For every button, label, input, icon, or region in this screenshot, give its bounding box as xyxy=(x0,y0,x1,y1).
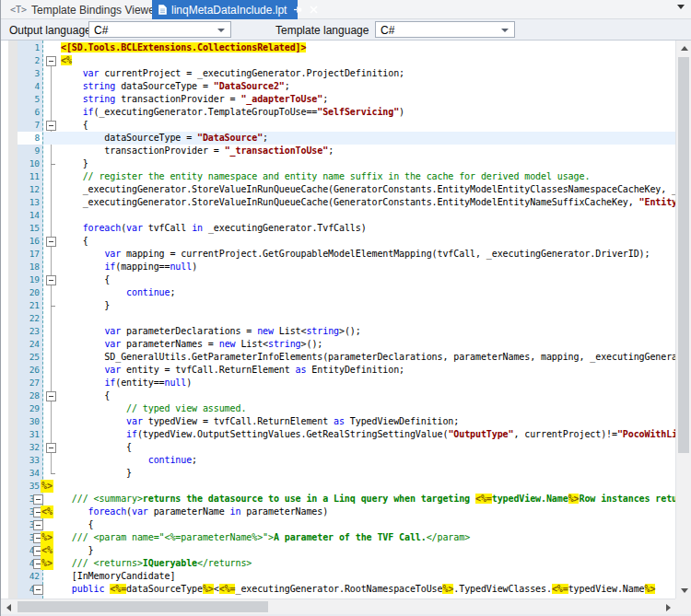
line-number: 31 xyxy=(16,428,40,441)
code-line: 14 xyxy=(1,209,691,222)
fold-toggle-icon[interactable] xyxy=(46,121,56,131)
template-language-value: C# xyxy=(381,24,394,37)
tab-linqmetadatainclude[interactable]: linqMetaDataInclude.lpt xyxy=(152,0,298,19)
tab-overflow-dropdown-icon[interactable] xyxy=(677,5,685,9)
output-language-value: C# xyxy=(94,24,108,37)
scroll-left-icon[interactable] xyxy=(6,604,11,611)
code-line: 10 } xyxy=(1,157,691,170)
line-number: 2 xyxy=(16,54,40,67)
code-line: 21 } xyxy=(1,299,691,312)
code-text: continue; xyxy=(61,286,175,299)
code-line: 12 _executingGenerator.StoreValueInRunQu… xyxy=(1,183,691,196)
template-delimiter: <% xyxy=(41,506,53,518)
fold-toggle-icon[interactable] xyxy=(33,585,43,595)
line-number: 9 xyxy=(16,145,40,157)
document-icon xyxy=(158,5,167,15)
code-text: var typedView = tvfCall.ReturnElement as… xyxy=(61,415,459,428)
fold-toggle-icon[interactable] xyxy=(46,237,56,247)
code-line: 39%> /// <param name="<%=parameterName%>… xyxy=(1,531,691,544)
code-line: 41%> /// <returns>IQueryable</returns> xyxy=(1,557,691,570)
line-number: 19 xyxy=(16,273,40,286)
code-text: { xyxy=(61,518,94,531)
template-delimiter: %> xyxy=(41,557,53,570)
line-number: 14 xyxy=(16,209,40,222)
line-number: 1 xyxy=(16,41,40,54)
vertical-scrollbar-thumb[interactable] xyxy=(678,57,689,453)
output-language-label: Output language xyxy=(9,24,91,37)
line-number: 12 xyxy=(16,183,40,196)
line-number: 28 xyxy=(16,389,40,402)
code-line: 9 transactionProvider = "_transactionToU… xyxy=(1,145,691,157)
line-number: 10 xyxy=(16,157,40,170)
code-text: var entity = tvfCall.ReturnElement as En… xyxy=(61,364,404,377)
code-line: 22 xyxy=(1,312,691,325)
template-delimiter: %> xyxy=(41,531,53,544)
code-line: 28 { xyxy=(1,389,691,402)
fold-toggle-icon[interactable] xyxy=(46,443,56,453)
code-text: if(mapping==null) xyxy=(61,261,197,273)
line-number: 7 xyxy=(16,119,40,132)
template-delimiter: %> xyxy=(41,480,53,493)
code-text: } xyxy=(61,544,94,557)
scroll-up-icon[interactable] xyxy=(681,46,688,51)
line-number: 21 xyxy=(16,299,40,312)
line-number: 18 xyxy=(16,261,40,273)
template-bindings-icon: <T> xyxy=(10,5,27,15)
tab-label: Template Bindings Viewer xyxy=(31,4,158,17)
code-line: 43 public <%=dataSourceType%><<%=_execut… xyxy=(1,583,691,596)
vertical-scrollbar[interactable] xyxy=(675,41,691,599)
code-text: // register the entity namespace and ent… xyxy=(61,170,590,183)
code-text: /// <param name="<%=parameterName%>">A p… xyxy=(61,531,470,544)
close-icon[interactable] xyxy=(310,6,318,14)
code-line: 35%> xyxy=(1,480,691,493)
code-editor[interactable]: 1<[SD.Tools.BCLExtensions.CollectionsRel… xyxy=(1,41,691,599)
code-line: 31 if(typedView.OutputSettingValues.GetR… xyxy=(1,428,691,441)
fold-toggle-icon[interactable] xyxy=(46,391,56,401)
code-text: } xyxy=(61,467,132,480)
code-text: public <%=dataSourceType%><<%=_executing… xyxy=(61,583,655,596)
fold-end-marker xyxy=(51,473,55,474)
scroll-down-icon[interactable] xyxy=(681,588,688,593)
code-text: { xyxy=(61,273,110,286)
fold-toggle-icon[interactable] xyxy=(46,275,56,285)
code-line: 16 { xyxy=(1,235,691,248)
code-line: 11 // register the entity namespace and … xyxy=(1,170,691,183)
code-text: _executingGenerator.StoreValueInRunQueue… xyxy=(61,196,691,209)
code-text: if(entity==null) xyxy=(61,377,192,389)
tab-bar: <T> Template Bindings Viewer linqMetaDat… xyxy=(1,0,691,19)
horizontal-scrollbar-thumb[interactable] xyxy=(18,601,268,612)
line-number: 35 xyxy=(16,480,40,493)
code-line: 4 string dataSourceType = "DataSource2"; xyxy=(1,80,691,93)
line-number: 3 xyxy=(16,67,40,80)
code-text: { xyxy=(61,441,132,454)
line-number: 11 xyxy=(16,170,40,183)
code-text: if(_executingGenerator.TemplateGroupToUs… xyxy=(61,106,404,119)
line-number: 13 xyxy=(16,196,40,209)
scrollbar-corner xyxy=(675,599,691,614)
fold-toggle-icon[interactable] xyxy=(46,56,56,66)
code-line: 18 if(mapping==null) xyxy=(1,261,691,273)
fold-toggle-icon[interactable] xyxy=(33,494,43,505)
code-text: dataSourceType = "DataSource"; xyxy=(61,132,268,145)
template-language-label: Template language xyxy=(275,24,369,37)
code-line: 26 var entity = tvfCall.ReturnElement as… xyxy=(1,364,691,377)
code-line: 6 if(_executingGenerator.TemplateGroupTo… xyxy=(1,106,691,119)
code-text: foreach(var parameterName in parameterNa… xyxy=(61,506,328,518)
code-line: 33 continue; xyxy=(1,454,691,467)
scroll-right-icon[interactable] xyxy=(666,604,671,611)
horizontal-scrollbar[interactable] xyxy=(1,599,676,614)
template-language-select[interactable]: C# xyxy=(375,21,515,38)
line-number: 23 xyxy=(16,325,40,338)
line-number: 6 xyxy=(16,106,40,119)
output-language-select[interactable]: C# xyxy=(88,21,231,38)
tab-template-bindings-viewer[interactable]: <T> Template Bindings Viewer xyxy=(3,0,150,19)
code-line: 13 _executingGenerator.StoreValueInRunQu… xyxy=(1,196,691,209)
code-line: 32 { xyxy=(1,441,691,454)
line-number: 16 xyxy=(16,235,40,248)
fold-toggle-icon[interactable] xyxy=(33,520,43,530)
code-line: 40<% } xyxy=(1,544,691,557)
pin-icon[interactable] xyxy=(293,5,303,15)
line-number: 15 xyxy=(16,222,40,235)
code-line: 37<% foreach(var parameterName in parame… xyxy=(1,506,691,518)
code-text: } xyxy=(61,299,110,312)
